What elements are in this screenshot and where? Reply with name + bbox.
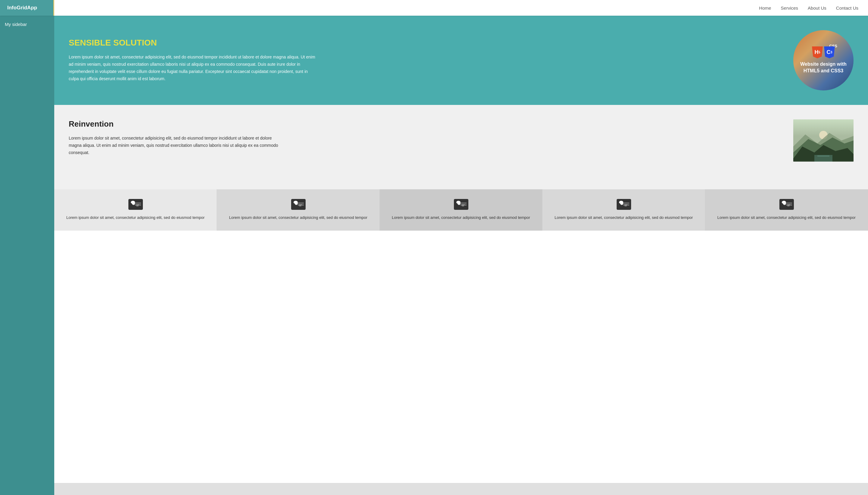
svg-rect-15 [299, 204, 302, 205]
nav-about[interactable]: About Us [808, 5, 827, 11]
svg-rect-31 [787, 206, 789, 206]
svg-rect-19 [462, 203, 465, 203]
card-item-4: Lorem ipsum dolor sit amet, consectetur … [542, 189, 705, 231]
cards-section: Lorem ipsum dolor sit amet, consectetur … [54, 189, 868, 231]
svg-rect-24 [624, 203, 628, 203]
hero-section: SENSIBLE SOLUTION Lorem ipsum dolor sit … [54, 16, 868, 105]
card-text-4: Lorem ipsum dolor sit amet, consectetur … [549, 215, 699, 221]
svg-point-8 [132, 202, 135, 205]
navbar-nav: Home Services About Us Contact Us [759, 5, 868, 11]
svg-rect-29 [787, 203, 791, 203]
svg-point-18 [457, 202, 461, 205]
svg-rect-10 [136, 204, 139, 205]
html5-icon: H5 [812, 47, 823, 58]
svg-point-28 [783, 202, 786, 205]
reinvention-image [793, 119, 853, 161]
svg-rect-26 [624, 206, 627, 206]
main-content: SENSIBLE SOLUTION Lorem ipsum dolor sit … [54, 16, 868, 483]
card-text-3: Lorem ipsum dolor sit amet, consectetur … [386, 215, 536, 221]
nav-home[interactable]: Home [759, 5, 771, 11]
reinvention-body: Lorem ipsum dolor sit amet, consectetur … [69, 135, 286, 156]
svg-rect-6 [817, 156, 829, 156]
card-text-1: Lorem ipsum dolor sit amet, consectetur … [60, 215, 211, 221]
svg-rect-7 [130, 200, 141, 209]
card-text-5: Lorem ipsum dolor sit amet, consectetur … [711, 215, 862, 221]
html5-css3-badge: H5 CSS C3 Website design with HTML5 and … [793, 44, 853, 77]
svg-rect-27 [781, 200, 792, 209]
svg-rect-11 [136, 206, 139, 206]
svg-rect-21 [462, 206, 464, 206]
card-text-2: Lorem ipsum dolor sit amet, consectetur … [223, 215, 374, 221]
card-item-2: Lorem ipsum dolor sit amet, consectetur … [217, 189, 380, 231]
sidebar-label: My sidebar [5, 22, 27, 27]
card-icon-5 [779, 199, 794, 210]
reinvention-title: Reinvention [69, 119, 286, 129]
sidebar: My sidebar [0, 16, 54, 495]
svg-rect-17 [456, 200, 467, 209]
css3-icon: C3 [824, 47, 835, 58]
navbar: InfoGridApp Home Services About Us Conta… [0, 0, 868, 16]
hero-badge: H5 CSS C3 Website design with HTML5 and … [793, 30, 853, 90]
reinvention-text: Reinvention Lorem ipsum dolor sit amet, … [69, 119, 286, 156]
svg-rect-9 [136, 203, 140, 203]
nav-services[interactable]: Services [781, 5, 798, 11]
reinvention-section: Reinvention Lorem ipsum dolor sit amet, … [54, 105, 868, 189]
badge-icons: H5 CSS C3 [796, 47, 851, 58]
card-icon-2 [291, 199, 306, 210]
card-icon-1 [128, 199, 143, 210]
card-item-3: Lorem ipsum dolor sit amet, consectetur … [380, 189, 542, 231]
svg-point-13 [295, 202, 298, 205]
badge-text: Website design with HTML5 and CSS3 [796, 61, 851, 74]
svg-rect-16 [299, 206, 301, 206]
hero-body: Lorem ipsum dolor sit amet, consectetur … [69, 54, 316, 82]
svg-point-23 [620, 202, 623, 205]
svg-rect-25 [624, 204, 627, 205]
svg-rect-12 [293, 200, 304, 209]
footer: My footer [0, 483, 868, 495]
card-item-5: Lorem ipsum dolor sit amet, consectetur … [705, 189, 868, 231]
svg-rect-20 [462, 204, 465, 205]
hero-title: SENSIBLE SOLUTION [69, 38, 316, 48]
svg-rect-14 [299, 203, 302, 203]
nav-contact[interactable]: Contact Us [836, 5, 858, 11]
svg-rect-22 [619, 200, 629, 209]
hero-text: SENSIBLE SOLUTION Lorem ipsum dolor sit … [69, 38, 316, 82]
navbar-brand[interactable]: InfoGridApp [0, 0, 54, 16]
svg-rect-30 [787, 204, 790, 205]
card-icon-4 [617, 199, 631, 210]
card-item-1: Lorem ipsum dolor sit amet, consectetur … [54, 189, 217, 231]
card-icon-3 [454, 199, 468, 210]
